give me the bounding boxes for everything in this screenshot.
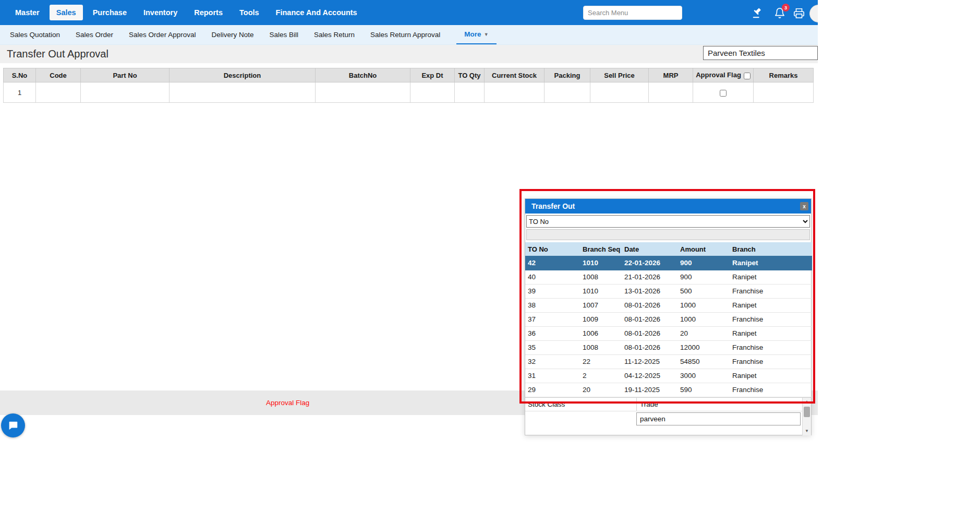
chat-fab-button[interactable] [1, 413, 25, 437]
approval-flag-select-all-checkbox[interactable] [744, 73, 751, 79]
user-avatar[interactable] [809, 5, 818, 22]
chat-icon [7, 420, 19, 431]
gavel-icon[interactable] [751, 7, 764, 19]
grid-cell-description[interactable] [170, 82, 316, 103]
to-list-row-31[interactable]: 31204-12-20253000Ranipet [525, 369, 812, 383]
grid-cell-current-stock[interactable] [485, 82, 545, 103]
subnav-item-sales-return-approval[interactable]: Sales Return Approval [362, 25, 448, 44]
grid-cell-to-qty[interactable] [455, 82, 485, 103]
subnav-item-sales-order[interactable]: Sales Order [68, 25, 121, 44]
topnav-item-purchase[interactable]: Purchase [86, 5, 134, 20]
popup-titlebar[interactable]: Transfer Out x [525, 199, 811, 214]
to-list-row-39[interactable]: 39101013-01-2026500Franchise [525, 284, 812, 298]
grid-header-batchno: BatchNo [316, 68, 410, 82]
to-list-cell: 2 [580, 369, 622, 383]
scroll-up-arrow[interactable]: ▲ [803, 398, 811, 406]
to-list-cell: 19-11-2025 [622, 383, 677, 397]
scrollbar-thumb[interactable] [804, 407, 810, 417]
grid-cell-code[interactable] [36, 82, 81, 103]
to-list-cell: 29 [525, 383, 580, 397]
subnav-item-sales-quotation[interactable]: Sales Quotation [2, 25, 68, 44]
popup-scrollbar[interactable]: ▲ ▼ [802, 398, 811, 435]
subnav-item-sales-bill[interactable]: Sales Bill [261, 25, 306, 44]
grid-header-s-no: S.No [4, 68, 36, 82]
filter-input[interactable] [526, 229, 810, 240]
notification-bell-icon[interactable]: 3 [773, 7, 786, 19]
to-list-row-37[interactable]: 37100908-01-20261000Franchise [525, 312, 812, 326]
grid-header-remarks: Remarks [754, 68, 814, 82]
to-list-cell: 13-01-2026 [622, 284, 677, 298]
print-icon[interactable] [793, 7, 805, 19]
to-list-cell: 04-12-2025 [622, 369, 677, 383]
to-list-row-40[interactable]: 40100821-01-2026900Ranipet [525, 270, 812, 284]
to-list-cell: 900 [677, 270, 730, 284]
transfer-out-popup: Transfer Out x TO No TO NoBranch SeqDate… [525, 198, 812, 435]
to-list-row-29[interactable]: 292019-11-2025590Franchise [525, 383, 812, 397]
stock-class-label: Stock Class [525, 400, 636, 408]
to-list-cell: 21-01-2026 [622, 270, 677, 284]
subnav-item-sales-return[interactable]: Sales Return [306, 25, 362, 44]
topnav-menu: MasterSalesPurchaseInventoryReportsTools… [8, 0, 364, 25]
grid-cell-packing[interactable] [545, 82, 590, 103]
to-list-cell: Franchise [730, 340, 812, 354]
approval-flag-row-checkbox[interactable] [720, 90, 727, 97]
to-list-cell: 35 [525, 340, 580, 354]
grid-header-sell-price: Sell Price [590, 68, 649, 82]
to-list-cell: 08-01-2026 [622, 340, 677, 354]
popup-title: Transfer Out [525, 202, 575, 210]
grid-header-mrp: MRP [649, 68, 693, 82]
scroll-down-arrow[interactable]: ▼ [803, 427, 811, 435]
grid-cell-batchno[interactable] [316, 82, 410, 103]
to-list-row-42[interactable]: 42101022-01-2026900Ranipet [525, 256, 812, 270]
to-list-row-35[interactable]: 35100808-01-202612000Franchise [525, 340, 812, 354]
grid-header-current-stock: Current Stock [485, 68, 545, 82]
grid-cell-s-no[interactable]: 1 [4, 82, 36, 103]
topnav-item-reports[interactable]: Reports [187, 5, 229, 20]
subnav-item-more[interactable]: More ▼ [456, 25, 496, 44]
topnav-item-sales[interactable]: Sales [50, 5, 83, 20]
to-list-cell: 08-01-2026 [622, 312, 677, 326]
subnav-item-sales-order-approval[interactable]: Sales Order Approval [121, 25, 203, 44]
page-title: Transfer Out Approval [0, 45, 818, 63]
to-list-cell: 12000 [677, 340, 730, 354]
grid-header-approval-flag: Approval Flag [693, 68, 754, 82]
to-list-row-38[interactable]: 38100708-01-20261000Ranipet [525, 298, 812, 312]
grid-header-code: Code [36, 68, 81, 82]
grid-header-packing: Packing [545, 68, 590, 82]
popup-details: Stock Class Trade parveen ▲ ▼ [525, 397, 811, 435]
to-list-row-36[interactable]: 36100608-01-202620Ranipet [525, 326, 812, 340]
to-list-cell: 1000 [677, 312, 730, 326]
search-menu-input[interactable] [583, 6, 682, 20]
grid-cell-sell-price[interactable] [590, 82, 649, 103]
topnav-item-master[interactable]: Master [8, 5, 46, 20]
grid-cell-approval-flag[interactable] [693, 82, 754, 103]
topnav-item-inventory[interactable]: Inventory [137, 5, 184, 20]
to-list-cell: 42 [525, 256, 580, 270]
to-list-cell: 11-12-2025 [622, 354, 677, 369]
close-icon[interactable]: x [800, 202, 808, 210]
to-list-cell: 22 [580, 354, 622, 369]
more-label: More [464, 30, 481, 38]
grid-header-exp-dt: Exp Dt [410, 68, 455, 82]
to-list-row-32[interactable]: 322211-12-202554850Franchise [525, 354, 812, 369]
grid-cell-remarks[interactable] [754, 82, 814, 103]
notification-badge: 3 [782, 4, 790, 11]
topnav-item-tools[interactable]: Tools [233, 5, 266, 20]
party-value[interactable]: parveen [636, 412, 801, 425]
to-list-cell: 36 [525, 326, 580, 340]
topnav-item-finance-and-accounts[interactable]: Finance And Accounts [269, 5, 364, 20]
company-name-box[interactable]: Parveen Textiles [703, 46, 818, 60]
to-list-cell: 1006 [580, 326, 622, 340]
subnav-item-delivery-note[interactable]: Delivery Note [203, 25, 261, 44]
to-list-cell: 1008 [580, 270, 622, 284]
top-navbar: MasterSalesPurchaseInventoryReportsTools… [0, 0, 818, 25]
to-list-cell: 20 [677, 326, 730, 340]
grid-cell-exp-dt[interactable] [410, 82, 455, 103]
grid-cell-part-no[interactable] [81, 82, 170, 103]
search-by-select[interactable]: TO No [526, 215, 810, 228]
to-list-cell: 500 [677, 284, 730, 298]
stock-class-value: Trade [636, 398, 802, 411]
to-list-cell: 32 [525, 354, 580, 369]
to-list-cell: 1008 [580, 340, 622, 354]
grid-cell-mrp[interactable] [649, 82, 693, 103]
